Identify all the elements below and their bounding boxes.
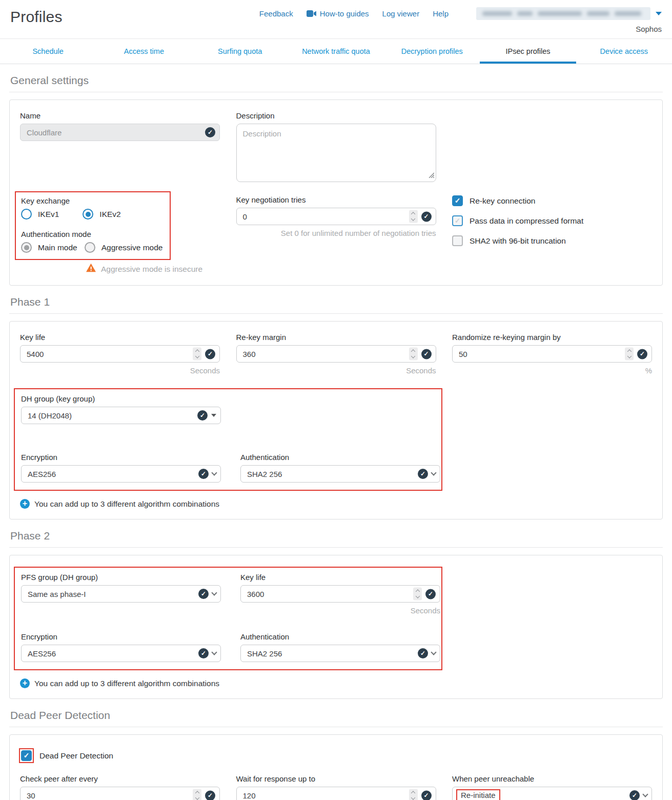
p1-authentication-label: Authentication — [240, 453, 440, 462]
dpd-enable-row[interactable]: Dead Peer Detection — [20, 749, 652, 762]
p1-encryption-value: AES256 — [22, 470, 56, 478]
page-header: Profiles Feedback How-to guides Log view… — [0, 0, 672, 38]
p1-encryption-label: Encryption — [21, 453, 221, 462]
tab-ipsec-profiles[interactable]: IPsec profiles — [480, 39, 576, 64]
p2-key-life-input[interactable]: 3600 — [240, 585, 440, 603]
description-placeholder: Description — [243, 129, 281, 138]
number-stepper[interactable] — [625, 348, 634, 361]
compressed-format-row[interactable]: Pass data in compressed format — [452, 215, 652, 226]
number-stepper[interactable] — [409, 789, 418, 800]
p2-authentication-value: SHA2 256 — [241, 649, 282, 658]
tab-schedule[interactable]: Schedule — [0, 39, 96, 64]
chevron-down-icon — [211, 590, 217, 595]
tab-access-time[interactable]: Access time — [96, 39, 192, 64]
p1-key-life-unit: Seconds — [20, 366, 220, 375]
pfs-group-select[interactable]: Same as phase-I — [21, 585, 221, 603]
number-stepper[interactable] — [413, 588, 422, 601]
chevron-down-icon — [431, 649, 436, 655]
p1-randomize-unit: % — [452, 366, 652, 375]
p2-add-combination[interactable]: You can add up to 3 different algorithm … — [20, 678, 652, 688]
help-label: Help — [433, 9, 449, 18]
valid-check-icon — [198, 469, 209, 479]
sha2-truncation-checkbox[interactable] — [452, 235, 463, 246]
p2-encryption-select[interactable]: AES256 — [21, 645, 221, 662]
rekey-connection-checkbox[interactable] — [452, 195, 463, 206]
peer-unreachable-select[interactable]: Re-initiate — [452, 787, 652, 800]
tab-decryption-profiles[interactable]: Decryption profiles — [384, 39, 480, 64]
p1-authentication-select[interactable]: SHA2 256 — [240, 465, 440, 483]
p1-key-life-input[interactable]: 5400 — [20, 345, 220, 363]
p1-rekey-margin-input[interactable]: 360 — [236, 345, 436, 363]
radio-aggressive-mode-label: Aggressive mode — [101, 243, 163, 252]
tab-network-traffic-quota[interactable]: Network traffic quota — [288, 39, 384, 64]
peer-unreachable-value: Re-initiate — [461, 791, 496, 799]
number-stepper[interactable] — [409, 210, 418, 223]
chevron-down-icon — [642, 791, 648, 797]
valid-check-icon — [205, 349, 215, 359]
number-stepper[interactable] — [193, 348, 201, 361]
description-textarea[interactable]: Description — [236, 124, 436, 182]
valid-check-icon — [418, 648, 428, 658]
plus-circle-icon[interactable] — [20, 499, 30, 509]
aggressive-mode-warning: Aggressive mode is insecure — [101, 265, 202, 274]
rekey-connection-row[interactable]: Re-key connection — [452, 195, 652, 206]
key-negotiation-tries-label: Key negotiation tries — [236, 195, 436, 204]
p2-authentication-select[interactable]: SHA2 256 — [240, 645, 440, 662]
key-exchange-label: Key exchange — [21, 196, 162, 205]
number-stepper[interactable] — [409, 348, 418, 361]
p1-encryption-select[interactable]: AES256 — [21, 465, 221, 483]
dh-group-select[interactable]: 14 (DH2048) — [21, 407, 221, 424]
p1-randomize-input[interactable]: 50 — [452, 345, 652, 363]
chevron-down-icon — [211, 470, 217, 475]
check-peer-input[interactable]: 30 — [20, 787, 220, 800]
p2-key-life-value: 3600 — [241, 590, 264, 598]
feedback-link[interactable]: Feedback — [259, 9, 293, 18]
key-negotiation-tries-input[interactable]: 0 — [236, 208, 436, 225]
p1-add-combination[interactable]: You can add up to 3 different algorithm … — [20, 499, 652, 509]
radio-ikev1[interactable]: IKEv1 — [21, 209, 59, 219]
dh-group-label: DH group (key group) — [21, 394, 221, 403]
radio-ikev2[interactable]: IKEv2 — [83, 209, 120, 219]
sha2-truncation-row[interactable]: SHA2 with 96-bit truncation — [452, 235, 652, 246]
plus-circle-icon[interactable] — [20, 678, 30, 688]
check-peer-label: Check peer after every — [20, 774, 220, 783]
dpd-enable-label: Dead Peer Detection — [39, 751, 113, 761]
dpd-checkbox-annotation-box — [19, 748, 34, 763]
p1-randomize-label: Randomize re-keying margin by — [452, 333, 652, 342]
dpd-heading: Dead Peer Detection — [9, 699, 663, 727]
p2-key-life-label: Key life — [240, 573, 440, 582]
phase1-heading: Phase 1 — [9, 286, 663, 314]
valid-check-icon — [197, 410, 208, 421]
phase1-algorithms-annotation-box: DH group (key group) 14 (DH2048) — [14, 388, 442, 491]
resize-grip-icon[interactable] — [427, 171, 434, 180]
check-peer-value: 30 — [21, 791, 35, 800]
account-name-redacted — [476, 7, 650, 20]
valid-check-icon — [425, 589, 436, 599]
dpd-panel: Dead Peer Detection Check peer after eve… — [9, 734, 663, 800]
tab-device-access[interactable]: Device access — [576, 39, 672, 64]
help-link[interactable]: Help — [433, 9, 449, 18]
p1-rekey-margin-label: Re-key margin — [236, 333, 436, 342]
valid-check-icon — [637, 349, 647, 359]
chevron-down-icon — [431, 470, 436, 475]
phase2-algorithms-annotation-box: PFS group (DH group) Same as phase-I Key… — [14, 567, 442, 670]
compressed-format-checkbox[interactable] — [452, 215, 463, 226]
valid-check-icon — [629, 790, 640, 800]
log-viewer-link[interactable]: Log viewer — [382, 9, 420, 18]
general-settings-heading: General settings — [9, 64, 663, 92]
radio-main-mode[interactable]: Main mode — [21, 242, 77, 253]
howto-guides-link[interactable]: How-to guides — [307, 9, 369, 18]
radio-aggressive-mode[interactable]: Aggressive mode — [85, 242, 163, 253]
radio-ikev2-icon — [83, 209, 93, 219]
radio-ikev2-label: IKEv2 — [99, 210, 120, 219]
tab-surfing-quota[interactable]: Surfing quota — [192, 39, 288, 64]
account-selector[interactable] — [476, 7, 662, 20]
chevron-down-icon — [211, 649, 217, 655]
wait-response-value: 120 — [237, 791, 256, 800]
number-stepper[interactable] — [193, 789, 201, 800]
dpd-enable-checkbox[interactable] — [21, 750, 32, 761]
wait-response-input[interactable]: 120 — [236, 787, 436, 800]
name-label: Name — [20, 111, 220, 120]
p2-authentication-label: Authentication — [240, 632, 440, 641]
peer-unreachable-label: When peer unreachable — [452, 774, 652, 783]
